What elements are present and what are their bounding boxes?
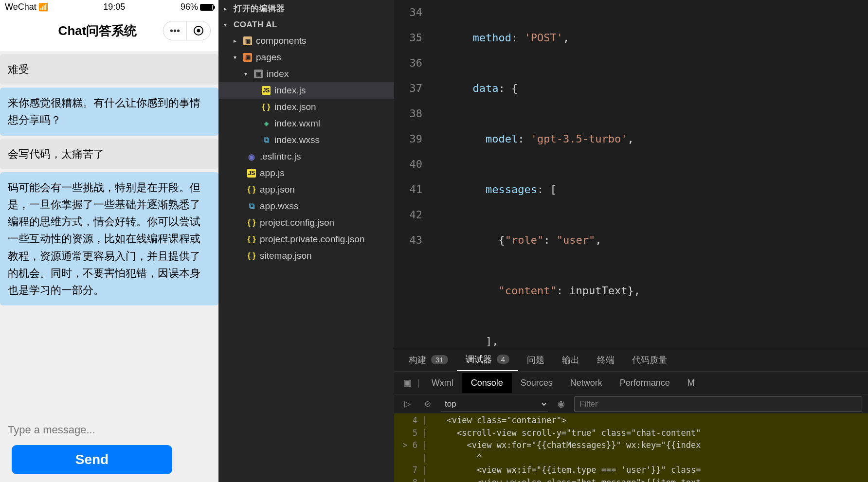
wifi-icon (38, 2, 48, 12)
js-icon: JS (262, 86, 271, 95)
context-select[interactable]: top (441, 397, 548, 411)
eslint-icon: ◉ (247, 152, 256, 161)
chevron-icon (224, 5, 230, 12)
chevron-icon (234, 37, 239, 44)
file-app-js[interactable]: JS app.js (219, 165, 394, 181)
section-open-editors[interactable]: 打开的编辑器 (219, 0, 394, 17)
wxss-icon: ⧉ (262, 136, 271, 144)
file-explorer: 打开的编辑器 COATH AL ▣ components ▣ pages ▣ i… (219, 0, 394, 482)
eye-icon[interactable]: ◉ (554, 397, 568, 411)
tab-problems[interactable]: 问题 (518, 349, 553, 371)
console-line: | ^ (398, 452, 864, 464)
file-app-json[interactable]: { } app.json (219, 181, 394, 198)
file-app-wxss[interactable]: ⧉ app.wxss (219, 198, 394, 214)
console-output[interactable]: 4| <view class="container"> 5| <scroll-v… (394, 413, 868, 482)
tab-wxml[interactable]: Wxml (423, 373, 462, 393)
code-area[interactable]: method: 'POST', data: { model: 'gpt-3.5-… (434, 0, 868, 348)
console-line: 7| <view wx:if="{{item.type === 'user'}}… (398, 464, 864, 477)
play-icon[interactable]: ▷ (400, 397, 415, 411)
file-project-private[interactable]: { } project.private.config.json (219, 231, 394, 248)
json-icon: { } (247, 218, 256, 227)
battery-pct: 96% (181, 2, 198, 12)
battery-icon (200, 4, 214, 11)
tab-output[interactable]: 输出 (553, 349, 588, 371)
app-header: Chat问答系统 ••• (0, 14, 218, 51)
target-icon (194, 26, 203, 36)
json-icon: { } (262, 103, 271, 111)
tab-code-quality[interactable]: 代码质量 (623, 349, 676, 371)
file-sitemap[interactable]: { } sitemap.json (219, 248, 394, 264)
console-line: > 6| <view wx:for="{{chatMessages}}" wx:… (398, 439, 864, 452)
fold-icon[interactable]: ⌄ (416, 25, 420, 51)
folder-icon: ▣ (254, 70, 263, 78)
status-bar: WeChat 19:05 96% (0, 0, 218, 14)
app-title: Chat问答系统 (8, 22, 163, 39)
message-input[interactable] (8, 420, 211, 445)
tab-more[interactable]: M (679, 373, 704, 393)
user-message: 难受 (0, 54, 218, 85)
wechat-simulator: WeChat 19:05 96% Chat问答系统 ••• 难受 来你感觉很糟糕… (0, 0, 219, 482)
badge: 4 (497, 355, 509, 364)
console-line: 5| <scroll-view scroll-y="true" class="c… (398, 427, 864, 440)
editor-wrap: 34 35⌄ 36 37⌄ 38 39 40 41 42 43 method: … (394, 0, 868, 482)
file-index-wxss[interactable]: ⧉ index.wxss (219, 132, 394, 148)
tab-debugger[interactable]: 调试器 4 (457, 349, 518, 371)
chevron-icon (234, 54, 239, 61)
console-line: 8| <view wx:else class="bot-message">{{i… (398, 477, 864, 482)
chevron-icon (244, 71, 250, 77)
file-project-config[interactable]: { } project.config.json (219, 214, 394, 231)
folder-index[interactable]: ▣ index (219, 66, 394, 82)
js-icon: JS (247, 169, 256, 178)
file-index-wxml[interactable]: ◈ index.wxml (219, 115, 394, 132)
tab-sources[interactable]: Sources (512, 373, 561, 393)
devtools-tabs: ▣ | Wxml Console Sources Network Perform… (394, 372, 868, 394)
bot-message: 码可能会有一些挑战，特别是在开段。但是，一旦你掌握了一些基础并逐渐熟悉了编程的思… (0, 172, 218, 305)
fold-icon[interactable]: ⌄ (416, 76, 420, 101)
folder-icon: ▣ (243, 36, 252, 45)
inspect-icon[interactable]: ▣ (400, 375, 415, 390)
wxss-icon: ⧉ (247, 202, 256, 211)
file-eslintrc[interactable]: ◉ .eslintrc.js (219, 148, 394, 165)
send-button[interactable]: Send (12, 445, 172, 474)
tab-network[interactable]: Network (561, 373, 611, 393)
chevron-icon (224, 21, 230, 28)
tab-performance[interactable]: Performance (611, 373, 679, 393)
file-index-json[interactable]: { } index.json (219, 99, 394, 115)
tab-console[interactable]: Console (462, 373, 512, 393)
input-area: Send (0, 412, 218, 482)
folder-icon: ▣ (243, 53, 252, 62)
carrier-label: WeChat (5, 2, 36, 12)
panel-tabs-primary: 构建 31 调试器 4 问题 输出 终端 代码质量 (394, 348, 868, 372)
close-button[interactable] (187, 21, 210, 40)
file-index-js[interactable]: JS index.js (219, 82, 394, 99)
wxml-icon: ◈ (262, 119, 271, 128)
user-message: 会写代码，太痛苦了 (0, 139, 218, 169)
console-filter-input[interactable] (574, 396, 862, 412)
tab-terminal[interactable]: 终端 (588, 349, 623, 371)
status-time: 19:05 (103, 2, 125, 12)
console-line: 4| <view class="container"> (398, 414, 864, 427)
line-gutter: 34 35⌄ 36 37⌄ 38 39 40 41 42 43 (394, 0, 434, 348)
console-toolbar: ▷ ⊘ top ◉ (394, 394, 868, 413)
json-icon: { } (247, 185, 256, 194)
chat-area[interactable]: 难受 来你感觉很糟糕。有什么让你感到的事情想分享吗？ 会写代码，太痛苦了 码可能… (0, 51, 218, 412)
folder-components[interactable]: ▣ components (219, 33, 394, 49)
bot-message: 来你感觉很糟糕。有什么让你感到的事情想分享吗？ (0, 88, 218, 135)
json-icon: { } (247, 235, 256, 244)
folder-pages[interactable]: ▣ pages (219, 49, 394, 66)
capsule-buttons: ••• (163, 21, 211, 40)
menu-button[interactable]: ••• (163, 21, 187, 40)
badge: 31 (431, 355, 448, 364)
bottom-panel: 构建 31 调试器 4 问题 输出 终端 代码质量 ▣ | Wxml Conso… (394, 348, 868, 482)
code-editor[interactable]: 34 35⌄ 36 37⌄ 38 39 40 41 42 43 method: … (394, 0, 868, 348)
section-project[interactable]: COATH AL (219, 17, 394, 33)
clear-icon[interactable]: ⊘ (420, 397, 435, 411)
tab-build[interactable]: 构建 31 (400, 349, 457, 371)
json-icon: { } (247, 251, 256, 260)
